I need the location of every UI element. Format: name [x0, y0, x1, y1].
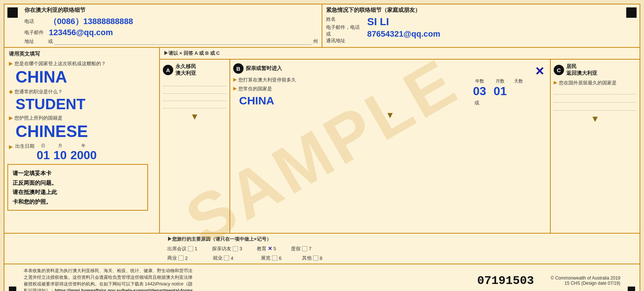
top-header: 你在澳大利亚的联络细节 电话 （0086）13888888888 电子邮件 12… [4, 4, 640, 48]
dob-day-label: 日 [37, 143, 50, 148]
corner-tr [626, 7, 637, 18]
email-row: 电子邮件 123456@qq.com [24, 28, 318, 37]
option-b-box: B 探亲或暂时进入 × ▶ 您打算在澳大利亚停留多久 [230, 60, 551, 233]
address-row: 地址 或 州 [24, 38, 318, 45]
reason-box-2 [178, 255, 184, 261]
option-c-q1: ▶ 您在国外居留最久的国家是 [554, 80, 637, 86]
reason-shangye: 商业 2 [167, 255, 188, 261]
dob-label: 出生日期 [15, 143, 34, 150]
dob-day-col: 日 01 [37, 143, 50, 162]
duration-years: 年数 03 [473, 78, 486, 98]
option-b-q1-text: 您打算在澳大利亚停留多久 [238, 77, 296, 83]
duration-row: 年数 03 月数 01 天数 [473, 78, 523, 98]
dob-month-col: 月 10 [54, 143, 67, 162]
option-a-title-block: 永久移民 澳大利亚 [175, 63, 196, 77]
option-b-right: 年数 03 月数 01 天数 [473, 77, 547, 107]
email-value: 123456@qq.com [49, 28, 113, 37]
main-body: 请用英文填写 ▶ 您是在哪个国家登上这次班机或这艘船的？ CHINA ◆ 您通常… [4, 48, 640, 233]
reason-jiaoyu: 教育 × 5 [257, 245, 276, 252]
dob-label-block: 出生日期 [15, 143, 34, 150]
option-b-header: B 探亲或暂时进入 × [233, 63, 547, 74]
option-b-q1: ▶ 您打算在澳大利亚停留多久 [233, 77, 466, 83]
option-b-x-mark: × [536, 63, 544, 79]
reason-box-7 [302, 246, 307, 251]
option-c-header: C 居民 返回澳大利亚 [554, 63, 637, 77]
option-c-subtitle: 返回澳大利亚 [566, 70, 597, 77]
option-c-q1-arrow: ▶ [554, 80, 557, 85]
corner-tl [7, 7, 18, 18]
dob-year-label: 年 [70, 143, 97, 148]
option-c-title-block: 居民 返回澳大利亚 [566, 63, 597, 77]
right-contact-inner: 姓名 电子邮件，电话 或 通讯地址 SI LI 87654321@qq.com [326, 16, 620, 44]
left-contact-title: 你在澳大利亚的联络细节 [24, 7, 318, 14]
option-c-lines [554, 89, 637, 111]
q2-diamond: ◆ [9, 88, 13, 94]
reason-huiyi: 出席会议 1 [167, 245, 197, 252]
phone-value: （0086）13888888888 [49, 16, 133, 27]
q2-row: ◆ 您通常的职业是什么？ [9, 88, 155, 95]
reason-jiuye: 就业 4 [213, 255, 233, 261]
option-b-q2-arrow: ▶ [233, 86, 237, 91]
dob-month-label: 月 [54, 143, 67, 148]
months-val: 01 [494, 84, 507, 98]
days-val [514, 84, 523, 98]
option-b-content: ▶ 您打算在澳大利亚停留多久 ▶ 您常住的国家是 CHINA [233, 77, 547, 107]
option-b-title: 探亲或暂时进入 [246, 65, 282, 72]
reason-x-5: × [268, 245, 272, 252]
option-c-title: 居民 [566, 63, 597, 70]
reason-box-3 [233, 246, 238, 251]
q3-text: 您护照上所列的国籍是 [14, 115, 63, 121]
dob-fields: 日 01 月 10 年 2000 [37, 143, 97, 162]
phone-row: 电话 （0086）13888888888 [24, 16, 318, 27]
right-contact-title: 紧急情况下的联络细节（家庭或朋友） [326, 7, 620, 14]
q1-arrow: ▶ [9, 60, 13, 66]
q3-answer: CHINESE [16, 122, 155, 141]
email-label: 电子邮件 [24, 29, 47, 36]
right-contact-section: 紧急情况下的联络细节（家庭或朋友） 姓名 电子邮件，电话 或 通讯地址 SI L… [322, 4, 623, 47]
name-label: 姓名 [326, 16, 360, 23]
q1-answer: CHINA [16, 68, 155, 86]
reason-box-4 [224, 255, 229, 261]
option-c-q1-text: 您在国外居留最久的国家是 [559, 80, 617, 86]
copyright-section: © Commonwealth of Australia 2019 15 CHS … [546, 275, 620, 286]
option-b-q2-text: 您常住的国家是 [238, 86, 272, 92]
copyright-text: © Commonwealth of Australia 2019 [546, 275, 620, 281]
state-label: 州 [313, 38, 318, 45]
address-label: 地址 [24, 38, 47, 45]
or-label: 或 [48, 38, 53, 45]
days-label: 天数 [514, 78, 523, 84]
corner-bl [9, 287, 16, 291]
right-labels: 姓名 电子邮件，电话 或 通讯地址 [326, 16, 360, 44]
dob-year-col: 年 2000 [70, 143, 97, 162]
right-main: ▶请以 × 回答 A 或 B 或 C A 永久移民 澳大利亚 [160, 48, 640, 233]
footer-text: 本表收集的资料是为执行澳大利亚移民、海关、检疫、统计、健康、野生动物和货币法 之… [24, 267, 465, 291]
reason-qita: 其他 8 [302, 255, 322, 261]
reason-tanqin: 探亲访友 3 [212, 245, 242, 252]
years-val: 03 [473, 84, 486, 98]
reason-box-8 [313, 255, 318, 261]
duration-days: 天数 [514, 78, 523, 98]
options-row: A 永久移民 澳大利亚 ▼ [160, 60, 640, 233]
barcode-number: 07191503 [477, 274, 534, 288]
reason-row-2: 商业 2 就业 4 展览 6 其他 8 [167, 255, 635, 261]
option-a-arrow-down: ▼ [163, 111, 227, 122]
option-b-circle: B [233, 63, 244, 74]
or-text: 或 [474, 100, 479, 106]
footer-italic: Privacy notice《隐 [156, 281, 192, 287]
duration-months: 月数 01 [494, 78, 507, 98]
option-a-lines [163, 81, 227, 108]
form-id-text: 15 CHS (Design date 07/19) [546, 281, 620, 286]
corner-br [628, 287, 635, 291]
right-values: SI LI 87654321@qq.com [367, 16, 440, 44]
address-field [54, 38, 312, 45]
dob-year-val: 2000 [70, 148, 97, 162]
reason-zhanlan: 展览 6 [261, 255, 281, 261]
option-a-title: 永久移民 [175, 63, 196, 70]
q3-row: ▶ 您护照上所列的国籍是 [9, 115, 155, 121]
travel-reason-section: ▶您旅行的主要原因（请只在一项中做上×记号） 出席会议 1 探亲访友 3 教育 … [4, 233, 640, 264]
q2-text: 您通常的职业是什么？ [14, 88, 63, 95]
fill-instruction: ▶请以 × 回答 A 或 B 或 C [160, 48, 640, 60]
footer: 本表收集的资料是为执行澳大利亚移民、海关、检疫、统计、健康、野生动物和货币法 之… [4, 264, 640, 291]
dob-month-val: 10 [54, 148, 67, 162]
reason-box-6 [272, 255, 277, 261]
